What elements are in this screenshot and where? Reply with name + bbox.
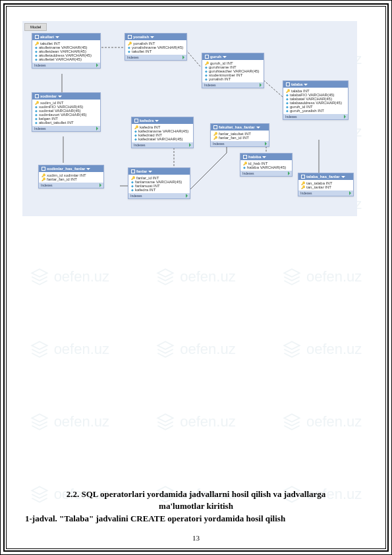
table-talaba: talaba 🔑talaba INT ◆talabaFIO VARCHAR(45…: [283, 80, 349, 120]
arrow-right-icon: [265, 142, 267, 146]
table-header: habiba: [240, 154, 292, 160]
watermark-text: oefen.uz: [180, 341, 235, 358]
table-body: 🔑yonalish INT ◆yonalishname VARCHAR(45) …: [125, 40, 186, 55]
column-text: kafedratel VARCHAR(45): [138, 137, 183, 141]
table-icon: [134, 119, 138, 123]
diamond-icon: ◆: [35, 121, 38, 125]
table-icon: [35, 94, 39, 98]
column-text: tan_tanlar INT: [306, 185, 331, 189]
table-row: 🔑tan_tanlar INT: [300, 185, 352, 189]
arrow-right-icon: [96, 63, 98, 67]
table-header: yonalish: [125, 34, 186, 40]
chevron-down-icon: [304, 84, 308, 86]
section-heading: 2.2. SQL operatorlari yordamida jadvalla…: [25, 488, 367, 500]
table-body: 🔑talaba INT ◆talabaFIO VARCHAR(45) ◆tala…: [283, 88, 348, 114]
watermark-cell: oefen.uz: [283, 268, 362, 286]
table-title: fanlar: [136, 169, 147, 173]
table-header: kafedra: [132, 117, 193, 124]
column-text: akullari_takullet INT: [39, 121, 74, 125]
table-xodimlar: xodimlar 🔑xodim_id INT ◆xodimFIO VARCHAR…: [32, 92, 101, 132]
arrow-right-icon: [96, 127, 98, 131]
indexes-label: Indexes: [204, 83, 216, 87]
table-title: habiba: [248, 155, 261, 159]
table-footer: Indexes: [128, 193, 190, 198]
diamond-icon: ◆: [134, 137, 137, 141]
watermark-cell: oefen.uz: [30, 340, 109, 359]
arrow-right-icon: [288, 171, 290, 175]
table-fakultet-has-fanlar: fakultet_has_fanlar 🔑fanlar_takultet INT…: [210, 123, 269, 147]
table-row: ◆yonalish INT: [204, 77, 262, 81]
table-header: akullari: [32, 34, 100, 40]
table-title: talaba_has_fanlar: [306, 175, 340, 179]
watermark-text: oefen.uz: [54, 413, 109, 430]
indexes-label: Indexes: [34, 63, 46, 67]
stack-icon: [30, 413, 49, 431]
table-icon: [131, 169, 135, 173]
page-inner-border: oefen.uz oefen.uz oefen.uz oefen.uz oefe…: [3, 3, 389, 552]
indexes-label: Indexes: [130, 194, 142, 198]
stack-icon: [30, 340, 49, 359]
table-body: 🔑fanlar_id INT ◆fanlarname VARCHAR(45) ◆…: [128, 175, 190, 193]
table-body: 🔑takullet INT ◆akulletname VARCHAR(45) ◆…: [32, 40, 100, 63]
watermark-text: oefen.uz: [54, 341, 109, 358]
watermark-text: oefen.uz: [180, 268, 235, 285]
table-title: xodimlar: [40, 94, 57, 98]
indexes-label: Indexes: [213, 142, 225, 146]
indexes-label: Indexes: [34, 127, 46, 131]
diamond-icon: ◆: [205, 77, 208, 81]
table-habiba: habiba 🔑id_hab INT ◆habiba VARCHAR(45) I…: [240, 153, 293, 177]
table-icon: [35, 35, 39, 39]
table-title: kafedra: [140, 119, 154, 123]
column-text: akullettel VARCHAR(45): [39, 57, 82, 61]
table-icon: [213, 125, 217, 129]
column-text: fanlar_fan_id INT: [47, 177, 77, 181]
table-body: 🔑tan_talaba INT 🔑tan_tanlar INT: [298, 180, 353, 190]
table-icon: [301, 175, 305, 179]
arrow-right-icon: [182, 55, 184, 59]
watermark-row: oefen.uz oefen.uz oefen.uz: [7, 323, 385, 376]
table-footer: Indexes: [240, 171, 292, 176]
chevron-down-icon: [86, 168, 90, 170]
page-number: 13: [7, 534, 385, 542]
diamond-icon: ◆: [131, 188, 134, 192]
indexes-label: Indexes: [300, 191, 312, 195]
table-body: 🔑kafedra INT ◆kafedraname VARCHAR(45) ◆k…: [132, 124, 193, 142]
table-row: ◆akullettel VARCHAR(45): [34, 57, 99, 61]
watermark-cell: oefen.uz: [30, 268, 109, 286]
table-body: 🔑guruh_id INT ◆guruhname INT ◆guruhteach…: [202, 60, 264, 82]
table-title: akullari: [40, 35, 54, 39]
arrow-right-icon: [349, 191, 351, 195]
watermark-cell: oefen.uz: [156, 268, 235, 286]
chevron-down-icon: [262, 156, 266, 158]
key-icon: 🔑: [301, 185, 305, 189]
watermark-text: oefen.uz: [306, 341, 362, 358]
table-title: xodimlar_has_fanlar: [47, 167, 85, 171]
key-icon: 🔑: [42, 177, 45, 181]
column-text: yonalish INT: [209, 77, 231, 81]
table-body: 🔑xodim_id xodimlar INT 🔑fanlar_fan_id IN…: [39, 172, 103, 183]
diamond-icon: ◆: [243, 165, 246, 169]
er-diagram: Model akullari: [22, 21, 357, 216]
table-footer: Indexes: [32, 126, 100, 131]
chevron-down-icon: [155, 120, 159, 122]
table-akullari: akullari 🔑takullet INT ◆akulletname VARC…: [32, 33, 101, 69]
table-title: guruh: [210, 55, 221, 59]
column-text: fanlar_fan_id INT: [219, 136, 249, 140]
column-text: takullet INT: [132, 49, 152, 53]
table-row: 🔑fanlar_fan_id INT: [40, 177, 102, 181]
table-yonalish: yonalish 🔑yonalish INT ◆yonalishname VAR…: [125, 33, 187, 61]
table-guruh: guruh 🔑guruh_id INT ◆guruhname INT ◆guru…: [202, 53, 264, 88]
table-footer: Indexes: [132, 142, 193, 148]
section-heading-line2: ma'lumotlar kiritish: [25, 500, 367, 512]
table-icon: [205, 55, 209, 59]
watermark-text: oefen.uz: [306, 413, 362, 430]
table-header: talaba_has_fanlar: [298, 173, 353, 180]
table-footer: Indexes: [202, 82, 264, 88]
table-row: ◆guruh_yonalish INT: [285, 109, 347, 113]
page-frame: oefen.uz oefen.uz oefen.uz oefen.uz oefe…: [0, 0, 392, 555]
watermark-row: oefen.uz oefen.uz oefen.uz: [7, 250, 385, 303]
stack-icon: [156, 340, 175, 359]
table-footer: Indexes: [32, 63, 100, 68]
indexes-label: Indexes: [127, 55, 139, 59]
watermark-text: oefen.uz: [180, 413, 235, 430]
